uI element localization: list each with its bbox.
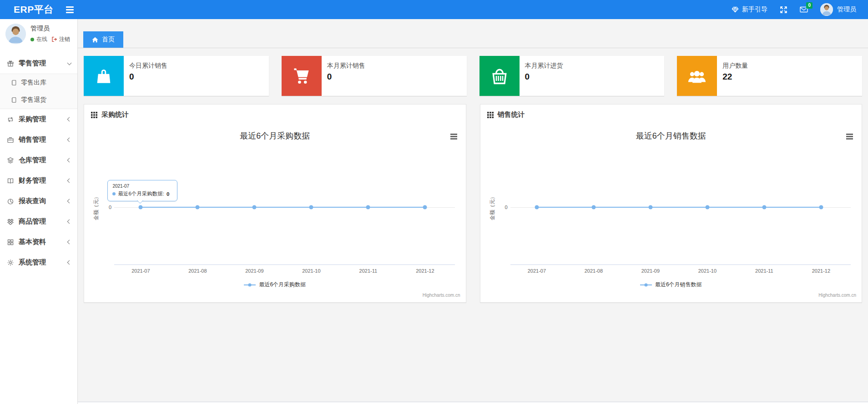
chevron-down-icon	[67, 60, 72, 65]
layers-icon	[7, 157, 14, 164]
sidebar-item-sales[interactable]: 销售管理	[0, 130, 77, 150]
sidebar-item-finance[interactable]: 财务管理	[0, 170, 77, 191]
sidebar-item-retail[interactable]: 零售管理	[0, 53, 77, 74]
panel-title: 销售统计	[498, 110, 525, 119]
chevron-left-icon	[67, 117, 72, 122]
gift-icon	[7, 60, 14, 67]
sidebar-item-label: 财务管理	[19, 176, 46, 185]
y-axis-title: 金额（元）	[489, 194, 495, 220]
online-status: 在线	[36, 35, 47, 43]
sidebar-item-retail-outbound[interactable]: 零售出库	[0, 74, 77, 91]
x-axis-label: 2021-10	[302, 268, 320, 274]
th-grid-icon	[91, 112, 97, 118]
data-point	[309, 205, 313, 209]
stat-label: 今日累计销售	[129, 62, 167, 70]
panel-header: 销售统计	[480, 105, 862, 124]
highcharts-credit[interactable]: Highcharts.com.cn	[818, 293, 856, 298]
stat-label: 本月累计进货	[525, 62, 563, 70]
chart-context-menu-button[interactable]	[449, 131, 459, 142]
journal-icon	[10, 80, 17, 86]
stat-card-month-sales: 本月累计销售 0	[282, 56, 467, 96]
y-axis-title: 金额（元）	[93, 194, 100, 220]
data-point	[648, 205, 652, 209]
chevron-left-icon	[67, 260, 72, 265]
x-axis-label: 2021-12	[416, 268, 434, 274]
series-line	[537, 207, 821, 208]
sidebar-item-system[interactable]: 系统管理	[0, 252, 77, 273]
x-axis-label: 2021-09	[245, 268, 263, 274]
sidebar-item-label: 系统管理	[19, 258, 46, 267]
legend-marker-icon	[244, 283, 256, 287]
messages-button[interactable]: 0	[800, 6, 808, 13]
sidebar-toggle-icon[interactable]	[66, 6, 74, 13]
stat-card-today-sales: 今日累计销售 0	[84, 56, 269, 96]
sidebar-user-name: 管理员	[30, 25, 70, 33]
sidebar-item-retail-returns[interactable]: 零售退货	[0, 91, 77, 109]
chart-tooltip: 2021-07 最近6个月采购数据: 0	[107, 180, 177, 201]
online-dot-icon	[30, 38, 34, 41]
plot-area: 金额（元） 0 2021-07 2021-08 2021-09 2021-10 …	[114, 148, 455, 265]
data-point	[705, 205, 709, 209]
tab-bar: 首页	[78, 19, 868, 48]
briefcase-icon	[7, 136, 14, 144]
page-footer	[78, 402, 868, 404]
sidebar-item-products[interactable]: 商品管理	[0, 211, 77, 232]
guide-link[interactable]: 新手引导	[732, 5, 767, 14]
retail-submenu: 零售出库 零售退货	[0, 74, 77, 109]
sidebar: 管理员 在线 注销 零售管理 零售出库	[0, 19, 78, 404]
chevron-left-icon	[67, 240, 72, 244]
chart-title: 最近6个月销售数据	[485, 130, 858, 141]
sidebar-item-label: 采购管理	[19, 115, 46, 124]
journal-icon	[10, 97, 17, 103]
users-icon	[677, 56, 717, 96]
logout-button[interactable]: 注销	[51, 35, 70, 43]
sidebar-item-label: 零售出库	[21, 79, 46, 87]
avatar	[5, 24, 26, 44]
series-dot-icon	[112, 192, 116, 195]
highcharts-credit[interactable]: Highcharts.com.cn	[423, 293, 460, 298]
tab-home[interactable]: 首页	[83, 31, 123, 48]
legend-item[interactable]: 最近6个月采购数据	[89, 281, 461, 289]
legend-item[interactable]: 最近6个月销售数据	[485, 281, 858, 289]
user-name: 管理员	[837, 5, 856, 14]
legend-label: 最近6个月销售数据	[655, 281, 702, 289]
sidebar-item-purchase[interactable]: 采购管理	[0, 109, 77, 130]
sales-stats-panel: 销售统计 最近6个月销售数据 金额（元） 0 2021-07 2	[480, 104, 863, 303]
sidebar-user-panel: 管理员 在线 注销	[0, 19, 77, 50]
chart-context-menu-button[interactable]	[845, 131, 854, 142]
x-axis-label: 2021-08	[188, 268, 207, 274]
sidebar-item-label: 仓库管理	[19, 156, 46, 165]
stat-value: 0	[129, 72, 167, 82]
y-axis-tick: 0	[104, 204, 111, 210]
data-point	[196, 205, 200, 209]
chevron-left-icon	[67, 219, 72, 224]
chart-title: 最近6个月采购数据	[89, 130, 461, 141]
stat-label: 用户数量	[722, 62, 748, 70]
home-icon	[92, 37, 98, 43]
stat-value: 22	[722, 72, 748, 82]
x-axis-label: 2021-09	[641, 268, 660, 274]
legend-label: 最近6个月采购数据	[259, 281, 306, 289]
sidebar-item-basic-data[interactable]: 基本资料	[0, 232, 77, 252]
app-brand[interactable]: ERP平台	[0, 3, 54, 16]
sidebar-item-label: 报表查询	[19, 197, 46, 205]
stat-card-month-purchase: 本月累计进货 0	[479, 56, 665, 96]
sidebar-item-label: 基本资料	[19, 238, 46, 246]
sidebar-item-reports[interactable]: 报表查询	[0, 191, 77, 211]
stat-value: 0	[327, 72, 365, 82]
grid-icon	[7, 239, 14, 246]
book-open-icon	[7, 177, 14, 185]
chevron-left-icon	[67, 138, 72, 142]
purchase-chart: 最近6个月采购数据 金额（元） 0 2021-07 2021-08 2021-0…	[89, 124, 461, 300]
data-point	[423, 205, 427, 209]
panel-title: 采购统计	[101, 110, 129, 119]
stat-label: 本月累计销售	[327, 62, 365, 70]
x-axis-label: 2021-10	[698, 268, 717, 274]
data-point	[252, 205, 257, 209]
sidebar-item-warehouse[interactable]: 仓库管理	[0, 150, 77, 170]
data-point	[366, 205, 370, 209]
user-menu[interactable]: 管理员	[820, 3, 856, 16]
charts-row: 采购统计 最近6个月采购数据 金额（元） 0 2021-07 2	[84, 104, 862, 303]
fullscreen-button[interactable]	[780, 6, 787, 14]
gear-icon	[7, 259, 14, 266]
